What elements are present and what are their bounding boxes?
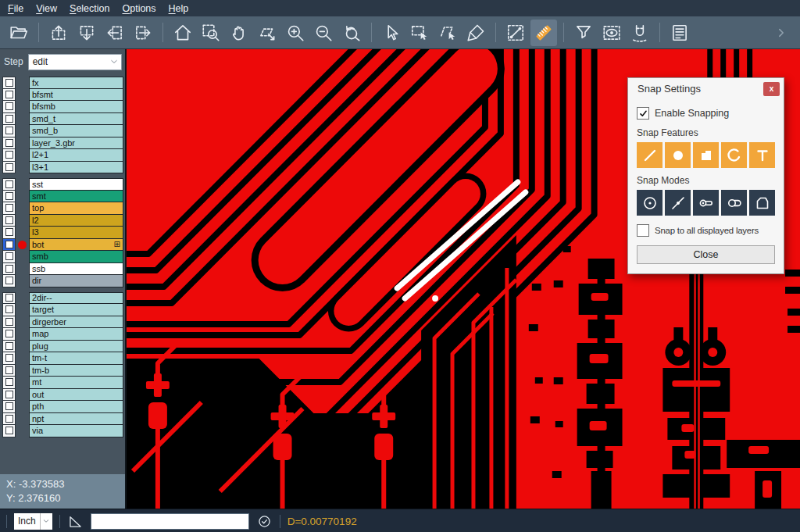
layer-row-pth[interactable]: pth — [2, 401, 123, 413]
layer-visibility-checkbox[interactable] — [2, 202, 16, 215]
layer-row-l3[interactable]: l3 — [2, 227, 123, 239]
layer-row-top[interactable]: top — [2, 202, 123, 215]
layer-row-l3+1[interactable]: l3+1 — [2, 162, 123, 174]
layer-visibility-checkbox[interactable] — [2, 178, 16, 191]
layer-name[interactable]: smt — [29, 191, 123, 203]
layer-row-smd_t[interactable]: smd_t — [2, 113, 123, 126]
layer-row-sst[interactable]: sst — [2, 178, 123, 191]
menu-selection[interactable]: Selection — [70, 3, 109, 14]
layer-visibility-checkbox[interactable] — [2, 275, 16, 287]
layer-visibility-checkbox[interactable] — [2, 328, 16, 341]
layer-row-via[interactable]: via — [2, 425, 123, 437]
snap-profile-button[interactable] — [749, 190, 775, 216]
tool-pan-left[interactable] — [102, 20, 128, 46]
layer-row-bfsmt[interactable]: bfsmt — [2, 89, 123, 102]
layer-name[interactable]: sst — [29, 178, 123, 191]
layer-visibility-checkbox[interactable] — [2, 425, 16, 437]
layer-name[interactable]: tm-t — [29, 352, 123, 365]
layer-name[interactable]: fx — [29, 77, 123, 89]
layer-visibility-checkbox[interactable] — [2, 239, 16, 252]
layer-visibility-checkbox[interactable] — [2, 304, 16, 316]
layer-name[interactable]: l2 — [29, 215, 123, 227]
snap-all-layers-checkbox[interactable] — [637, 224, 649, 237]
layer-name[interactable]: bot⊞ — [29, 239, 123, 252]
layer-row-smb[interactable]: smb — [2, 251, 123, 263]
layer-name[interactable]: target — [29, 304, 123, 316]
tool-zoom-in[interactable] — [282, 20, 309, 46]
layer-visibility-checkbox[interactable] — [2, 101, 16, 113]
layer-row-plug[interactable]: plug — [2, 341, 123, 353]
tool-zoom-window[interactable] — [198, 20, 224, 46]
menu-file[interactable]: File — [8, 3, 23, 14]
layer-visibility-checkbox[interactable] — [2, 162, 16, 174]
tool-pan-up[interactable] — [45, 20, 72, 46]
step-select[interactable]: edit — [28, 54, 122, 70]
layer-name[interactable]: bfsmt — [29, 89, 123, 102]
layer-visibility-checkbox[interactable] — [2, 352, 16, 365]
snap-center-button[interactable] — [637, 190, 662, 216]
layer-visibility-checkbox[interactable] — [2, 191, 16, 203]
layer-name[interactable]: l2+1 — [29, 149, 123, 162]
snap-slot-o-button[interactable] — [721, 190, 747, 216]
layer-name[interactable]: dirgerber — [29, 316, 123, 329]
tool-snap-magnet[interactable] — [627, 20, 653, 46]
layer-name[interactable]: l3+1 — [29, 162, 123, 174]
menu-help[interactable]: Help — [169, 3, 189, 14]
tool-view-eye[interactable] — [598, 20, 625, 46]
layer-name[interactable]: plug — [29, 341, 123, 353]
tool-zoom-object[interactable] — [254, 20, 280, 46]
layer-row-npt[interactable]: npt — [2, 413, 123, 426]
snap-pad-button[interactable] — [665, 142, 691, 168]
tool-select-rect[interactable] — [406, 20, 433, 46]
tool-measure-line[interactable] — [502, 20, 529, 46]
layer-row-smt[interactable]: smt — [2, 191, 123, 203]
layer-visibility-checkbox[interactable] — [2, 365, 16, 377]
tool-pan-right[interactable] — [130, 20, 156, 46]
tool-open-folder[interactable] — [5, 20, 32, 46]
layer-name[interactable]: smb — [29, 251, 123, 263]
snap-text-button[interactable] — [749, 142, 775, 168]
layer-visibility-checkbox[interactable] — [2, 89, 16, 102]
layer-name[interactable]: ssb — [29, 263, 123, 276]
tool-filter[interactable] — [570, 20, 597, 46]
layer-name[interactable]: mt — [29, 377, 123, 389]
pcb-canvas[interactable]: Snap Settings x Enable Snapping Snap Fea… — [125, 49, 800, 509]
layer-row-smd_b[interactable]: smd_b — [2, 125, 123, 137]
layer-visibility-checkbox[interactable] — [2, 125, 16, 137]
layer-name[interactable]: top — [29, 202, 123, 215]
snap-line-button[interactable] — [637, 142, 662, 168]
layer-visibility-checkbox[interactable] — [2, 149, 16, 162]
layer-row-target[interactable]: target — [2, 304, 123, 316]
layer-name[interactable]: smd_t — [29, 113, 123, 126]
layer-row-tm-t[interactable]: tm-t — [2, 352, 123, 365]
layer-row-map[interactable]: map — [2, 328, 123, 341]
tool-measure-ruler[interactable] — [530, 20, 557, 46]
layer-name[interactable]: smd_b — [29, 125, 123, 137]
layer-visibility-checkbox[interactable] — [2, 251, 16, 263]
layer-name[interactable]: pth — [29, 401, 123, 413]
layer-visibility-checkbox[interactable] — [2, 316, 16, 329]
layer-name[interactable]: l3 — [29, 227, 123, 239]
layer-visibility-checkbox[interactable] — [2, 227, 16, 239]
layer-visibility-checkbox[interactable] — [2, 77, 16, 89]
dialog-title-bar[interactable]: Snap Settings x — [628, 78, 784, 99]
snap-point-button[interactable] — [665, 190, 691, 216]
layer-visibility-checkbox[interactable] — [2, 137, 16, 150]
menu-options[interactable]: Options — [122, 3, 155, 14]
layer-row-layer_3.gbr[interactable]: layer_3.gbr — [2, 137, 123, 150]
layer-row-2dir--[interactable]: 2dir-- — [2, 292, 123, 305]
toolbar-overflow[interactable] — [768, 20, 795, 46]
tool-home[interactable] — [170, 20, 196, 46]
layer-name[interactable]: tm-b — [29, 365, 123, 377]
layer-name[interactable]: bfsmb — [29, 101, 123, 113]
layer-visibility-checkbox[interactable] — [2, 113, 16, 126]
tool-paint-brush[interactable] — [462, 20, 489, 46]
tool-zoom-out[interactable] — [310, 20, 337, 46]
layer-visibility-checkbox[interactable] — [2, 263, 16, 276]
tool-select[interactable] — [378, 20, 405, 46]
tool-pan-down[interactable] — [73, 20, 100, 46]
layer-name[interactable]: npt — [29, 413, 123, 426]
layer-row-mt[interactable]: mt — [2, 377, 123, 389]
layer-name[interactable]: map — [29, 328, 123, 341]
tool-report[interactable] — [666, 20, 693, 46]
